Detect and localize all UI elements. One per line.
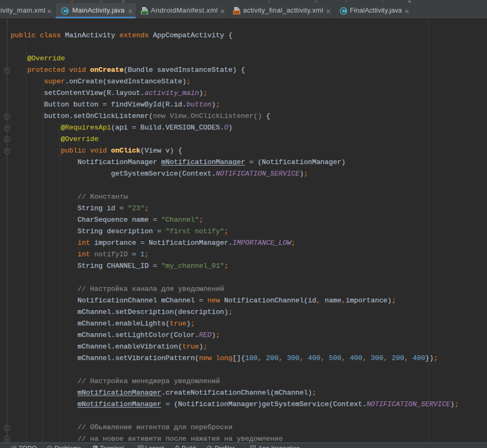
svg-text:MF: MF <box>142 10 148 15</box>
svg-text:</>: </> <box>234 10 239 14</box>
